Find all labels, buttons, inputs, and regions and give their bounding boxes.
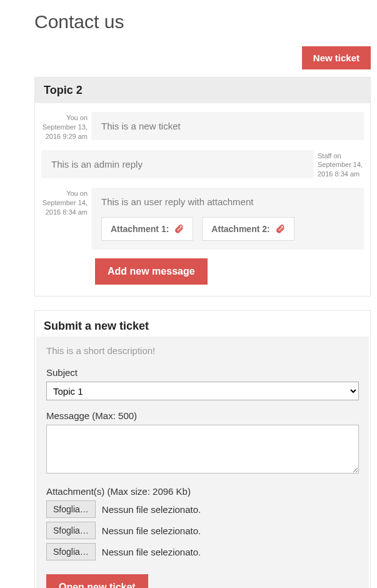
paperclip-icon	[275, 224, 285, 234]
subject-select[interactable]: Topic 1	[46, 382, 359, 400]
message-body-with-attachments: This is an user reply with attachment At…	[91, 188, 364, 250]
message-meta: Staff on September 14, 2016 8:34 am	[314, 150, 364, 180]
message-author: You on	[41, 189, 88, 198]
file-browse-button[interactable]: Sfoglia…	[46, 500, 96, 518]
form-title: Submit a new ticket	[35, 311, 370, 337]
open-ticket-button[interactable]: Open new ticket	[46, 574, 148, 588]
attachments-row: Attachment 1: Attachment 2:	[101, 217, 354, 241]
subject-label: Subject	[46, 367, 359, 378]
attachment-chip[interactable]: Attachment 1:	[101, 217, 193, 241]
message-date: September 13, 2016 9:29 am	[41, 123, 88, 141]
page-title: Contact us	[34, 11, 371, 33]
file-row: Sfoglia… Nessun file selezionato.	[46, 543, 359, 560]
file-status: Nessun file selezionato.	[102, 504, 201, 515]
attachment-label: Attachment 2:	[211, 224, 269, 234]
paperclip-icon	[174, 224, 184, 234]
message-date: September 14, 2016 8:34 am	[41, 198, 88, 217]
file-browse-button[interactable]: Sfoglia…	[46, 522, 96, 539]
message-meta: You on September 13, 2016 9:29 am	[41, 112, 91, 141]
attachment-label: Attachment 1:	[111, 224, 169, 234]
file-row: Sfoglia… Nessun file selezionato.	[46, 522, 359, 539]
form-description: This is a short description!	[46, 345, 359, 356]
ticket-thread-card: Topic 2 You on September 13, 2016 9:29 a…	[34, 77, 371, 297]
message-row: You on September 13, 2016 9:29 am This i…	[41, 112, 364, 141]
file-status: Nessun file selezionato.	[102, 525, 201, 536]
add-message-button[interactable]: Add new message	[95, 258, 208, 285]
message-body: This is an admin reply	[41, 150, 314, 178]
message-author: You on	[41, 113, 88, 123]
message-date: September 14, 2016 8:34 am	[318, 160, 364, 179]
message-body: This is an user reply with attachment	[101, 196, 354, 207]
file-row: Sfoglia… Nessun file selezionato.	[46, 500, 359, 518]
message-author: Staff on	[318, 151, 364, 161]
message-row: This is an admin reply Staff on Septembe…	[41, 150, 364, 180]
file-status: Nessun file selezionato.	[102, 547, 201, 557]
message-meta: You on September 14, 2016 8:34 am	[41, 188, 91, 217]
message-body: This is a new ticket	[91, 112, 364, 140]
topbar: New ticket	[34, 46, 371, 69]
new-ticket-button[interactable]: New ticket	[302, 46, 371, 69]
message-label: Messagge (Max: 500)	[46, 410, 359, 421]
file-browse-button[interactable]: Sfoglia…	[46, 543, 96, 560]
message-row: You on September 14, 2016 8:34 am This i…	[41, 188, 364, 250]
new-ticket-form-card: Submit a new ticket This is a short desc…	[34, 310, 371, 588]
thread-actions: Add new message	[95, 258, 364, 285]
attachment-chip[interactable]: Attachment 2:	[202, 217, 294, 241]
thread-topic-title: Topic 2	[35, 78, 370, 103]
attachments-label: Attachment(s) (Max size: 2096 Kb)	[46, 486, 359, 497]
message-textarea[interactable]	[46, 425, 359, 474]
